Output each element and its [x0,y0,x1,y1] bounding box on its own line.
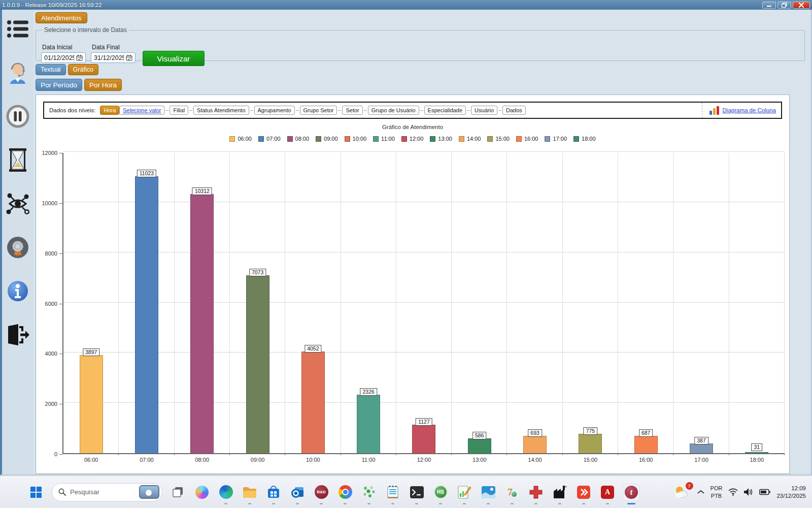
diagrama-de-coluna-link[interactable]: Diagrama de Coluna [723,107,776,113]
legend-item[interactable]: 08:00 [287,136,310,142]
level-chip[interactable]: Grupo de Usuário [368,106,419,115]
mini-bar [717,106,719,115]
legend-item[interactable]: 07:00 [258,136,281,142]
report-editor-icon[interactable] [456,484,472,500]
network-eye-icon[interactable] [6,192,30,216]
outlook-icon[interactable] [289,484,306,500]
bar-16:00[interactable] [634,436,658,453]
deploy-icon[interactable] [361,484,377,500]
level-chip[interactable]: Status Atendimento [193,106,249,115]
info-icon[interactable] [6,279,30,303]
start-button[interactable] [28,484,44,500]
bar-11:00[interactable] [357,395,380,453]
level-chip[interactable]: Usuário [471,106,497,115]
legend-item[interactable]: 15:00 [487,136,510,142]
legend-label: 16:00 [524,136,538,142]
factory-icon[interactable] [552,484,568,500]
medical-icon[interactable] [528,484,544,500]
legend-item[interactable]: 13:00 [430,136,452,142]
exit-icon[interactable] [6,323,30,347]
app-t-icon[interactable]: t [623,484,639,500]
wifi-icon[interactable] [728,488,738,496]
end-date-input[interactable] [91,54,124,61]
legend-item[interactable]: 14:00 [459,136,481,142]
legend-item[interactable]: 09:00 [316,136,338,142]
bar-15:00[interactable] [579,434,602,453]
pause-icon[interactable] [6,104,30,129]
launcher-icon[interactable] [576,484,592,500]
legend-item[interactable]: 16:00 [516,136,538,142]
legend-label: 06:00 [238,136,252,142]
rad-icon[interactable]: RAD [313,484,329,500]
edge-icon[interactable] [218,484,234,500]
level-chip[interactable]: Filial [170,106,188,115]
copilot-icon[interactable] [194,484,210,500]
language-indicator[interactable]: POR PTB [710,485,723,499]
bar-18:00[interactable] [745,452,768,453]
chip-connector [165,110,168,111]
tab-por-periodo[interactable]: Por Período [36,79,82,91]
legend-item[interactable]: 10:00 [345,136,367,142]
volume-icon[interactable] [744,488,753,496]
acrobat-icon[interactable]: A [599,484,616,500]
visualizar-button[interactable]: Visualizar [143,51,205,66]
attendant-icon[interactable] [6,60,30,85]
start-date-field [41,52,86,63]
clock[interactable]: 12:09 23/12/2025 [776,485,806,500]
bar-10:00[interactable] [301,352,325,453]
minimize-button[interactable] [762,2,776,9]
bar-14:00[interactable] [523,436,547,453]
bar-08:00[interactable] [190,194,214,453]
menu-icon[interactable] [6,17,30,41]
notepad-icon[interactable] [385,484,401,500]
level-chip[interactable]: Selecione valor [119,106,164,115]
hs-icon[interactable]: HS [432,484,449,500]
tab-atendimentos[interactable]: Atendimentos [36,12,87,23]
weather-widget[interactable]: 7 [674,485,691,500]
badge-icon[interactable] [6,235,30,260]
file-explorer-icon[interactable] [242,484,258,500]
x-tick-label: 13:00 [452,457,507,463]
search-highlight-image[interactable] [139,485,159,499]
legend-item[interactable]: 17:00 [545,136,567,142]
bar-07:00[interactable] [135,176,158,453]
level-chip[interactable]: Especialidade [424,106,466,115]
start-calendar-button[interactable] [74,53,84,62]
level-chip[interactable]: Grupo Setor [300,106,337,115]
bar-13:00[interactable] [468,438,491,453]
level-chip[interactable]: Setor [342,106,362,115]
bar-12:00[interactable] [412,425,435,453]
start-date-input[interactable] [42,54,74,61]
tab-grafico[interactable]: Gráfico [68,64,98,75]
level-chip[interactable]: Hora [100,106,119,115]
legend-item[interactable]: 11:00 [373,136,395,142]
legend-item[interactable]: 12:00 [401,136,424,142]
end-calendar-button[interactable] [124,53,134,62]
bar-09:00[interactable] [246,275,269,453]
legend-item[interactable]: 06:00 [229,136,252,142]
y-tick-label: 6000 [45,301,57,307]
7zip-icon[interactable]: 7 [504,484,520,500]
mini-bar [713,108,716,115]
terminal-icon[interactable] [409,484,425,500]
close-button[interactable] [793,2,810,9]
legend-item[interactable]: 18:00 [573,136,596,142]
restore-button[interactable] [777,2,791,9]
bar-value-label: 4052 [304,345,321,353]
bar-06:00[interactable] [80,355,103,453]
search-box[interactable]: Pesquisar [52,483,162,501]
task-view-icon[interactable] [170,484,186,500]
battery-icon[interactable] [759,489,770,495]
chrome-icon[interactable] [337,484,353,500]
bar-17:00[interactable] [690,443,713,453]
mode-tabs: Por Período Por Hora [36,79,122,91]
tab-textual[interactable]: Textual [36,64,66,75]
tab-por-hora[interactable]: Por Hora [84,79,122,91]
hidden-icons-chevron[interactable] [697,490,704,494]
x-tick-label: 15:00 [563,457,618,463]
level-chip[interactable]: Dados [502,106,526,115]
store-icon[interactable] [265,484,282,500]
hourglass-icon[interactable] [6,148,30,172]
photos-icon[interactable] [480,484,496,500]
level-chip[interactable]: Agrupamento [254,106,295,115]
